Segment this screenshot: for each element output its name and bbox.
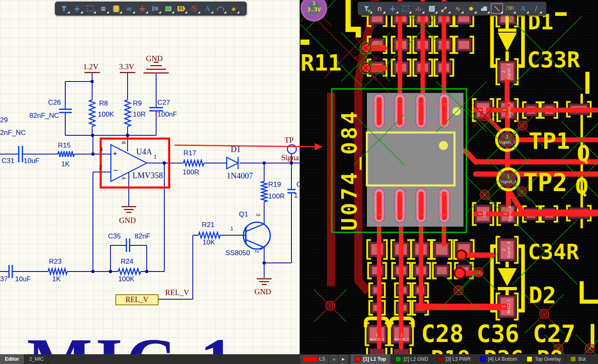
place-text-icon[interactable]: [201, 3, 214, 14]
filter-icon[interactable]: [58, 3, 70, 14]
layer-color-swatch: [570, 356, 576, 362]
layer-scroll-right-icon[interactable]: [339, 355, 348, 364]
pcb-canvas[interactable]: R11D1C33RTP1TP2C34RD2C28C36C27R19 R26 R9…: [300, 0, 598, 354]
place-dimension-icon[interactable]: [504, 3, 516, 14]
place-designator-icon[interactable]: [175, 3, 188, 14]
schematic-canvas[interactable]: C2682nF_NCR8100KR910RC27100nF292nF_NCC31…: [0, 0, 300, 354]
place-polygon-icon[interactable]: [478, 3, 490, 14]
crosshair-icon[interactable]: [71, 3, 83, 14]
layer-tab[interactable]: Top Overlay: [522, 354, 566, 364]
layer-color-swatch: [527, 356, 532, 362]
pcb-toolbar: [357, 2, 547, 15]
layer-color-swatch: [395, 356, 401, 362]
layer-set-box[interactable]: LS: [300, 355, 328, 364]
tab-2-mic-label: 2_MIC: [29, 356, 44, 362]
layer-set-label: LS: [319, 356, 325, 362]
status-bar: Editor 2_MIC LS [1] L1 Top[2] L2 GND[3] …: [0, 354, 598, 364]
filter-icon[interactable]: [360, 3, 373, 14]
layer-tab-label: [1] L1 Top: [363, 356, 386, 362]
snap-magnet-icon[interactable]: [373, 3, 386, 14]
differential-pair-icon[interactable]: [452, 3, 464, 14]
schematic-toolbar: [55, 2, 247, 15]
select-area-icon[interactable]: [399, 3, 412, 14]
app-window: { "left_toolbar":{"icons":["filter","cro…: [0, 0, 598, 364]
tab-editor[interactable]: Editor: [0, 354, 24, 364]
interactive-route-icon[interactable]: [439, 3, 451, 14]
layer-tab-label: [3] L3 PWR: [446, 356, 470, 362]
layer-tab-label: [4] L4 Bottom: [488, 356, 517, 362]
layer-tab-label: Top Overlay: [535, 356, 561, 362]
layer-tab[interactable]: Bot: [566, 354, 591, 364]
place-harness-icon[interactable]: [149, 3, 161, 14]
layer-tabs: [1] L1 Top[2] L2 GND[3] L3 PWR[4] L4 Bot…: [351, 354, 591, 364]
layer-tab-label: Bot: [578, 356, 586, 362]
layer-color-swatch: [437, 356, 443, 362]
component-u7[interactable]: [332, 89, 466, 232]
layer-tab[interactable]: [2] L2 GND: [391, 354, 433, 364]
layer-tab[interactable]: [1] L1 Top: [351, 354, 391, 364]
place-arc-icon[interactable]: [214, 3, 227, 14]
layer-tab[interactable]: [4] L4 Bottom: [476, 354, 522, 364]
tab-editor-label: Editor: [5, 356, 19, 362]
place-no-erc-icon[interactable]: [188, 3, 201, 14]
layer-scroll-left-icon[interactable]: [329, 355, 338, 364]
pcb-graphics: [300, 0, 598, 354]
place-sheet-symbol-icon[interactable]: [162, 3, 174, 14]
place-wire-icon[interactable]: [123, 3, 135, 14]
board-layers-icon[interactable]: [413, 3, 425, 14]
measure-icon[interactable]: [491, 3, 503, 14]
layer-color-swatch: [480, 356, 486, 362]
components[interactable]: [9, 100, 296, 278]
active-layer-swatch: [303, 357, 317, 362]
layer-tab[interactable]: [3] L3 PWR: [433, 354, 475, 364]
crosshair-icon[interactable]: [386, 3, 399, 14]
align-icon[interactable]: [97, 3, 109, 14]
place-gnd-icon[interactable]: [136, 3, 148, 14]
via-3v3[interactable]: [301, 0, 327, 21]
place-line-icon[interactable]: [530, 3, 542, 14]
layer-bar: LS [1] L1 Top[2] L2 GND[3] L3 PWR[4] L4 …: [300, 354, 591, 364]
place-junction-icon[interactable]: [227, 3, 240, 14]
place-component-icon[interactable]: [426, 3, 438, 14]
tab-2-mic[interactable]: 2_MIC: [24, 354, 49, 364]
place-text-icon[interactable]: [517, 3, 529, 14]
layer-color-swatch: [355, 356, 361, 362]
place-part-icon[interactable]: [110, 3, 122, 14]
select-area-icon[interactable]: [84, 3, 96, 14]
sheet-title-partial: MIC 1: [27, 323, 238, 354]
port-rel-v[interactable]: REL_V: [115, 294, 159, 305]
wires[interactable]: [0, 73, 300, 299]
layer-tab-label: [2] L2 GND: [404, 356, 428, 362]
power-symbols[interactable]: [84, 62, 293, 285]
place-via-icon[interactable]: [465, 3, 477, 14]
